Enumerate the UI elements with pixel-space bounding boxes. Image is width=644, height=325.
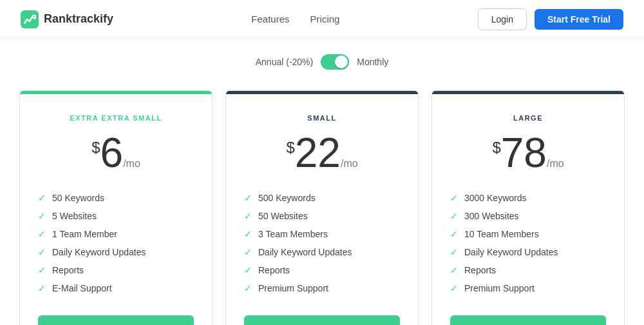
login-button[interactable]: Login: [478, 8, 527, 30]
check-icon: ✓: [450, 265, 458, 275]
feature-text: Premium Support: [258, 283, 328, 293]
price-dollar-small: $: [286, 139, 294, 157]
feature-item: ✓ 300 Websites: [450, 207, 606, 225]
card-top-bar-small: [226, 91, 418, 94]
pricing-section: Extra Extra Small $ 6 /mo ✓ 50 Keywords …: [0, 80, 644, 325]
price-row-large: $ 78 /mo: [450, 132, 606, 173]
check-icon: ✓: [38, 193, 46, 203]
trial-button[interactable]: Start Free Trial: [535, 9, 623, 30]
feature-item: ✓ 50 Keywords: [38, 189, 194, 207]
feature-text: E-Mail Support: [52, 283, 112, 293]
feature-text: Daily Keyword Updates: [258, 247, 352, 257]
logo-icon: [21, 10, 39, 28]
plan-card-xxs: Extra Extra Small $ 6 /mo ✓ 50 Keywords …: [19, 90, 213, 325]
check-icon: ✓: [38, 283, 46, 293]
check-icon: ✓: [450, 283, 458, 293]
feature-text: Reports: [464, 265, 496, 275]
price-mo-large: /mo: [547, 158, 564, 170]
price-mo-small: /mo: [341, 158, 358, 170]
check-icon: ✓: [450, 247, 458, 257]
feature-text: 5 Websites: [52, 211, 97, 221]
price-mo-xxs: /mo: [123, 158, 140, 170]
price-row-xxs: $ 6 /mo: [38, 132, 194, 173]
feature-item: ✓ Premium Support: [450, 279, 606, 297]
feature-text: 3000 Keywords: [464, 193, 527, 203]
feature-text: 10 Team Members: [464, 229, 539, 239]
logo-text: Ranktrackify: [44, 12, 113, 26]
annual-label: Annual (-20%): [256, 57, 314, 67]
feature-text: Premium Support: [464, 283, 535, 293]
plan-card-large: Large $ 78 /mo ✓ 3000 Keywords ✓ 300 Web…: [431, 90, 625, 325]
nav-pricing[interactable]: Pricing: [310, 14, 340, 25]
feature-text: Daily Keyword Updates: [464, 247, 558, 257]
feature-text: 300 Websites: [464, 211, 519, 221]
feature-item: ✓ 500 Keywords: [244, 189, 400, 207]
feature-item: ✓ Premium Support: [244, 279, 400, 297]
check-icon: ✓: [38, 265, 46, 275]
feature-item: ✓ 50 Websites: [244, 207, 400, 225]
feature-item: ✓ 1 Team Member: [38, 225, 194, 243]
check-icon: ✓: [450, 193, 458, 203]
price-amount-large: 78: [501, 132, 547, 173]
check-icon: ✓: [450, 229, 458, 239]
check-icon: ✓: [38, 247, 46, 257]
header-actions: Login Start Free Trial: [478, 8, 623, 30]
feature-item: ✓ 3 Team Members: [244, 225, 400, 243]
get-started-large[interactable]: Get started now: [450, 315, 606, 325]
feature-list-large: ✓ 3000 Keywords ✓ 300 Websites ✓ 10 Team…: [450, 189, 606, 297]
feature-text: 1 Team Member: [52, 229, 117, 239]
price-amount-small: 22: [295, 132, 341, 173]
feature-text: 50 Keywords: [52, 193, 104, 203]
feature-list-xxs: ✓ 50 Keywords ✓ 5 Websites ✓ 1 Team Memb…: [38, 189, 194, 297]
price-dollar-xxs: $: [91, 139, 100, 157]
plan-card-small: Small $ 22 /mo ✓ 500 Keywords ✓ 50 Websi…: [225, 90, 419, 325]
feature-text: 50 Websites: [258, 211, 308, 221]
nav-features[interactable]: Features: [251, 14, 289, 25]
feature-item: ✓ Daily Keyword Updates: [38, 243, 194, 261]
feature-item: ✓ E-Mail Support: [38, 279, 194, 297]
card-top-bar-large: [432, 91, 624, 94]
feature-text: 500 Keywords: [258, 193, 316, 203]
check-icon: ✓: [244, 193, 252, 203]
feature-item: ✓ Reports: [38, 261, 194, 279]
plan-label-small: Small: [244, 114, 400, 122]
get-started-small[interactable]: Get started now: [244, 315, 400, 325]
billing-toggle-section: Annual (-20%) Monthly: [0, 39, 644, 80]
feature-item: ✓ Daily Keyword Updates: [450, 243, 606, 261]
check-icon: ✓: [38, 229, 46, 239]
check-icon: ✓: [244, 229, 252, 239]
toggle-thumb: [335, 55, 348, 68]
check-icon: ✓: [244, 211, 252, 221]
check-icon: ✓: [450, 211, 458, 221]
feature-text: 3 Team Members: [258, 229, 328, 239]
price-dollar-large: $: [492, 139, 500, 157]
feature-list-small: ✓ 500 Keywords ✓ 50 Websites ✓ 3 Team Me…: [244, 189, 400, 297]
feature-item: ✓ 10 Team Members: [450, 225, 606, 243]
feature-text: Reports: [258, 265, 290, 275]
main-nav: Features Pricing: [251, 14, 339, 25]
card-top-bar-xxs: [20, 91, 212, 94]
check-icon: ✓: [244, 247, 252, 257]
header: Ranktrackify Features Pricing Login Star…: [0, 0, 644, 39]
monthly-label: Monthly: [357, 57, 388, 67]
feature-item: ✓ 3000 Keywords: [450, 189, 606, 207]
price-amount-xxs: 6: [100, 132, 124, 173]
svg-rect-0: [21, 10, 39, 28]
price-row-small: $ 22 /mo: [244, 132, 400, 173]
check-icon: ✓: [38, 211, 46, 221]
billing-toggle[interactable]: [321, 54, 349, 70]
feature-item: ✓ Reports: [450, 261, 606, 279]
check-icon: ✓: [244, 265, 252, 275]
feature-text: Daily Keyword Updates: [52, 247, 146, 257]
feature-item: ✓ 5 Websites: [38, 207, 194, 225]
plan-label-xxs: Extra Extra Small: [38, 114, 194, 122]
feature-item: ✓ Reports: [244, 261, 400, 279]
logo[interactable]: Ranktrackify: [21, 10, 113, 28]
check-icon: ✓: [244, 283, 252, 293]
feature-text: Reports: [52, 265, 84, 275]
feature-item: ✓ Daily Keyword Updates: [244, 243, 400, 261]
get-started-xxs[interactable]: Get started now: [38, 315, 194, 325]
plan-label-large: Large: [450, 114, 606, 122]
